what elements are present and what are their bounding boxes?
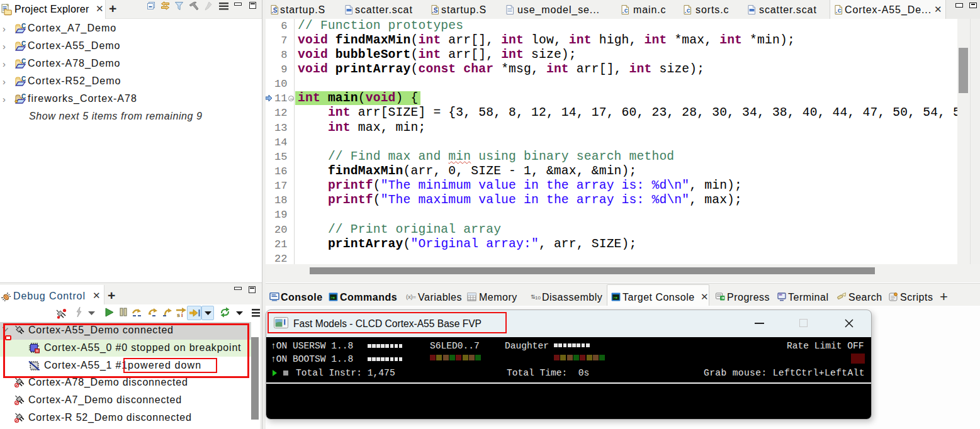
svg-text:c: c (624, 6, 628, 14)
svg-text:S: S (273, 7, 278, 14)
svg-text:C: C (21, 94, 26, 100)
svg-text:C: C (21, 41, 26, 47)
svg-text:C: C (21, 23, 26, 30)
svg-text:c: c (687, 6, 690, 14)
svg-text:C: C (21, 76, 26, 82)
svg-text:C: C (21, 58, 26, 65)
svg-text:c: c (838, 6, 842, 14)
svg-text:i: i (181, 312, 183, 318)
svg-text:S: S (434, 7, 438, 14)
svg-text:s: s (177, 312, 180, 318)
